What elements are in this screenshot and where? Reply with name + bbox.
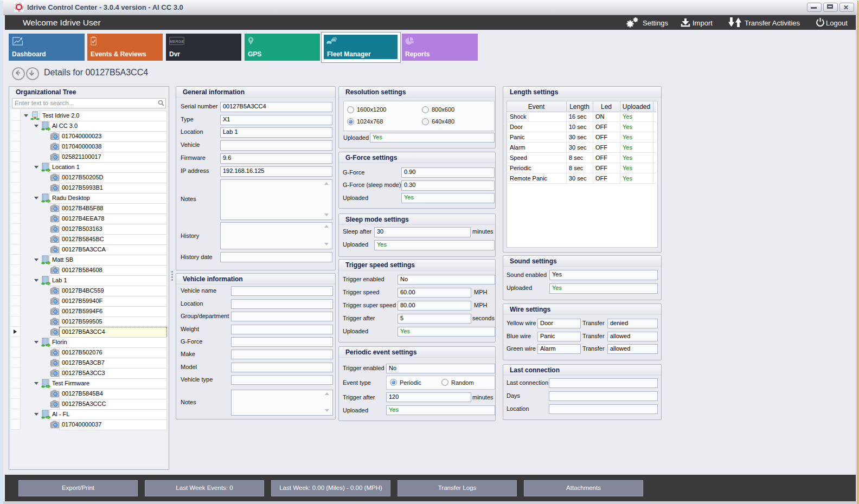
- svg-text:MERGE: MERGE: [169, 40, 184, 43]
